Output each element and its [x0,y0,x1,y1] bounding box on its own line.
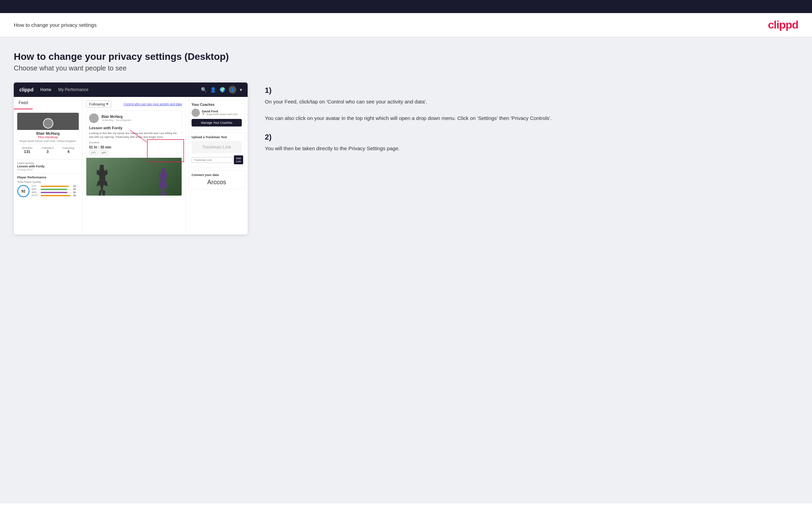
stat-activities-label: Activities [22,146,33,150]
app-right-panel: Your Coaches David Ford 📍 Royal North De… [186,97,248,234]
profile-bg [17,113,79,130]
avatar-button[interactable]: 👤 [229,86,236,93]
user-icon[interactable]: 👤 [210,87,216,92]
bar-value: 85 [73,188,79,190]
app-body: Feed Blair McHarg Plus Handicap Royal No… [14,97,248,234]
stat-followers: Followers 3 [42,146,53,154]
feed-tab[interactable]: Feed [14,97,33,109]
bar-value: 86 [73,191,79,194]
activity-tags: OTT APP [89,151,179,155]
avatar [43,118,53,129]
trackman-input-row: Add Link [192,155,242,164]
site-footer: Copyright Clippd 2022 [0,503,812,507]
bar-fill [41,192,67,193]
player-performance: Player Performance Total Player Quality … [14,174,82,199]
arccos-brand: Arccos [192,179,242,186]
activity-user-info: Blair McHarg Yesterday · Sunningdale [101,115,131,122]
connect-section: Connect your data Arccos [188,170,245,189]
stat-following-value: 4 [63,150,74,154]
coach-info: David Ford 📍 Royal North Devon Golf Club [202,110,237,116]
bar-track [41,195,72,196]
profile-stats: Activities 131 Followers 3 Following 4 [17,144,79,156]
content-row: clippd Home My Performance 🔍 👤 🌍 👤 ▾ Fee… [14,82,798,234]
trackman-placeholder: Trackman Link [192,141,242,153]
bar-fill [41,195,71,196]
profile-name: Blair McHarg [17,131,79,135]
profile-handicap: Plus Handicap [17,135,79,139]
nav-item-home[interactable]: Home [40,87,51,92]
instruction-step-1: 1) On your Feed, click/tap on 'Control w… [265,86,798,122]
stat-following-label: Following [63,146,74,150]
page-title: How to change your privacy settings [14,22,97,28]
coaches-title: Your Coaches [192,103,242,107]
tpq-bar-row: ARG 86 [32,191,79,194]
add-link-button[interactable]: Add Link [234,155,243,164]
activity-date: Yesterday · Sunningdale [101,119,131,122]
profile-card: Blair McHarg Plus Handicap Royal North D… [14,109,82,159]
following-button[interactable]: Following ▾ [86,100,111,108]
chevron-down-icon[interactable]: ▾ [240,87,242,92]
tpq-circle: 92 [17,185,30,197]
pin-icon: 📍 [202,113,205,115]
stat-activities-value: 131 [22,150,33,154]
activity-duration-value: 01 hr : 30 min [89,145,179,149]
trackman-section: Upload a Trackman Test Trackman Link Add… [188,132,245,167]
step2-number: 2) [265,133,798,142]
bar-label: APP [32,188,39,190]
instructions-panel: 1) On your Feed, click/tap on 'Control w… [261,82,798,163]
coach-name: David Ford [202,110,237,113]
stat-followers-value: 3 [42,150,53,154]
coach-club-name: Royal North Devon Golf Club [206,113,237,115]
latest-activity-name: Lesson with Fordy [17,165,79,168]
site-header: How to change your privacy settings clip… [0,13,812,37]
nav-item-performance[interactable]: My Performance [58,87,88,92]
instruction-step-2: 2) You will then be taken directly to th… [265,133,798,153]
control-privacy-link[interactable]: Control who can see your activity and da… [123,102,182,106]
tag-ott: OTT [89,151,98,155]
stat-activities: Activities 131 [22,146,33,154]
app-nav-right: 🔍 👤 🌍 👤 ▾ [201,86,242,93]
main-content: How to change your privacy settings (Des… [0,37,812,503]
bar-label: OTT [32,185,39,187]
tpq-bar-row: OTT 90 [32,185,79,187]
main-subheadline: Choose what you want people to see [14,64,798,72]
coach-item: David Ford 📍 Royal North Devon Golf Club [192,109,242,117]
golfer-silhouette-1 [93,165,110,196]
app-feed: Following ▾ Control who can see your act… [83,97,186,234]
tpq-bar-row: PUTT 96 [32,194,79,197]
step1-text: On your Feed, click/tap on 'Control who … [265,98,798,122]
trackman-link-input[interactable] [192,157,232,163]
activity-user-name: Blair McHarg [101,115,131,119]
bar-value: 96 [73,194,79,197]
perf-title: Player Performance [17,176,79,179]
tpq-row: 92 OTT 90 APP 85 ARG 86 PUT [17,185,79,197]
trackman-placeholder-text: Trackman Link [202,145,231,150]
tpq-bar-row: APP 85 [32,188,79,190]
bar-track [41,192,72,193]
trackman-title: Upload a Trackman Test [192,135,242,139]
feed-header: Following ▾ Control who can see your act… [86,100,182,108]
connect-title: Connect your data [192,173,242,177]
following-label: Following [89,102,105,106]
location-icon[interactable]: 🌍 [219,87,225,92]
main-headline: How to change your privacy settings (Des… [14,51,798,62]
bar-track [41,186,72,187]
activity-user-avatar [89,113,99,123]
activity-title: Lesson with Fordy [89,126,179,130]
step1-number: 1) [265,86,798,95]
clippd-logo: clippd [768,19,798,31]
activity-duration-label: Duration [89,141,179,144]
tag-app: APP [99,151,108,155]
search-icon[interactable]: 🔍 [201,87,207,92]
app-mockup: clippd Home My Performance 🔍 👤 🌍 👤 ▾ Fee… [14,82,248,234]
tpq-label: Total Player Quality [17,180,79,184]
tpq-bars: OTT 90 APP 85 ARG 86 PUTT 96 [32,185,79,197]
bar-fill [41,189,67,190]
coaches-section: Your Coaches David Ford 📍 Royal North De… [188,100,245,130]
latest-label: Latest Activity [17,162,79,165]
top-bar [0,0,812,13]
golfer-silhouette-2 [156,168,171,196]
manage-coaches-button[interactable]: Manage Your Coaches [192,119,242,126]
bar-fill [41,186,69,187]
latest-activity-date: 03 Aug 2022 [17,168,79,171]
